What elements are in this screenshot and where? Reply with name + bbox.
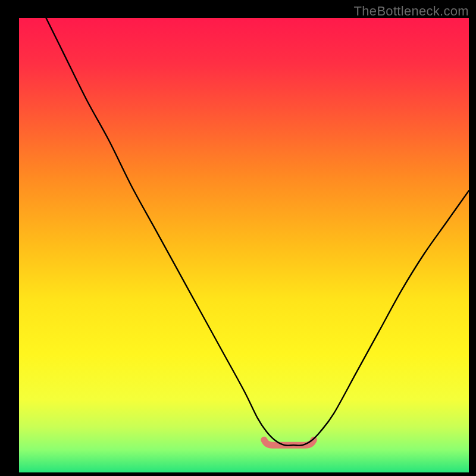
chart-frame: TheBottleneck.com — [0, 0, 476, 476]
gradient-chart — [19, 18, 469, 472]
plot-area — [19, 18, 469, 472]
gradient-background — [19, 18, 469, 472]
watermark-text: TheBottleneck.com — [354, 4, 469, 19]
